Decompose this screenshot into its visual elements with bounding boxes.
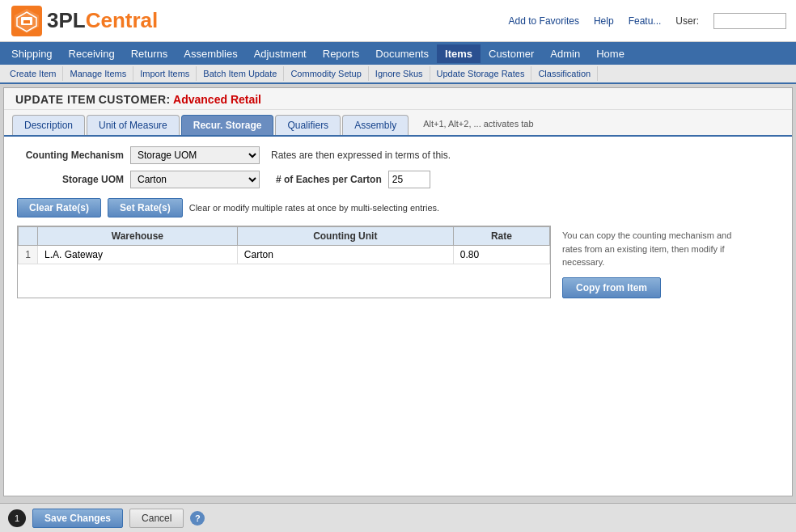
sub-nav-item-create-item[interactable]: Create Item [3, 66, 63, 81]
sub-nav-item-commodity-setup[interactable]: Commodity Setup [284, 66, 368, 81]
features-link[interactable]: Featu... [629, 15, 662, 27]
top-right-actions: Add to Favorites Help Featu... User: [509, 13, 786, 29]
storage-uom-row: Storage UOM CartonPalletEach # of Eaches… [17, 171, 779, 188]
row-num: 1 [19, 246, 38, 264]
tab-assembly[interactable]: Assembly [342, 115, 409, 135]
storage-uom-label: Storage UOM [17, 174, 130, 185]
rates-table: Warehouse Counting Unit Rate 1 L.A. Gate… [18, 226, 550, 264]
counting-mechanism-label: Counting Mechanism [17, 150, 130, 161]
logo-icon [10, 4, 44, 38]
tab-bar: DescriptionUnit of MeasureRecur. Storage… [4, 110, 792, 137]
sub-nav-item-manage-items[interactable]: Manage Items [63, 66, 133, 81]
svg-rect-4 [23, 20, 30, 23]
clear-rates-button[interactable]: Clear Rate(s) [17, 198, 101, 217]
tab-content: Counting Mechanism Storage UOMEachPallet… [4, 137, 792, 308]
main-nav-item-adjustment[interactable]: Adjustment [246, 44, 315, 63]
tab-hint: Alt+1, Alt+2, ... activates tab [423, 119, 533, 132]
user-label: User: [675, 15, 699, 27]
eaches-per-label: # of Eaches per Carton [276, 174, 382, 185]
tab-unit-of-measure[interactable]: Unit of Measure [87, 115, 180, 135]
sub-nav: Create ItemManage ItemsImport ItemsBatch… [0, 65, 796, 84]
cancel-button[interactable]: Cancel [129, 509, 184, 528]
eaches-per-input[interactable] [388, 171, 430, 188]
main-nav-item-documents[interactable]: Documents [367, 44, 437, 63]
main-nav-item-customer[interactable]: Customer [481, 44, 542, 63]
page-content: Update Item Customer: Advanced Retail De… [3, 87, 793, 496]
page-customer-name: Advanced Retail [173, 93, 261, 106]
page-customer-label: Customer: [99, 93, 171, 106]
table-header-row: Warehouse Counting Unit Rate [19, 227, 550, 246]
main-nav-item-admin[interactable]: Admin [542, 44, 588, 63]
help-link[interactable]: Help [594, 15, 614, 27]
right-panel: You can copy the counting mechanism and … [562, 226, 740, 298]
main-nav-item-shipping[interactable]: Shipping [3, 44, 61, 63]
save-changes-button[interactable]: Save Changes [32, 509, 123, 528]
tab-recur-storage[interactable]: Recur. Storage [181, 115, 274, 135]
main-nav: ShippingReceivingReturnsAssembliesAdjust… [0, 42, 796, 65]
table-and-panel: Warehouse Counting Unit Rate 1 L.A. Gate… [17, 226, 779, 298]
counting-mechanism-select[interactable]: Storage UOMEachPalletOrder [130, 146, 260, 164]
col-num [19, 227, 38, 246]
counting-mechanism-row: Counting Mechanism Storage UOMEachPallet… [17, 146, 779, 164]
main-nav-item-returns[interactable]: Returns [123, 44, 176, 63]
storage-uom-select[interactable]: CartonPalletEach [130, 171, 260, 188]
main-nav-item-assemblies[interactable]: Assemblies [176, 44, 245, 63]
main-nav-item-reports[interactable]: Reports [315, 44, 368, 63]
action-buttons-row: Clear Rate(s) Set Rate(s) Clear or modif… [17, 198, 779, 217]
page-title: Update Item [15, 93, 95, 106]
main-nav-item-items[interactable]: Items [437, 44, 481, 63]
col-counting-unit: Counting Unit [237, 227, 453, 246]
copy-hint-text: You can copy the counting mechanism and … [562, 229, 740, 269]
logo-3pl: 3PL [47, 8, 86, 32]
user-input[interactable] [713, 13, 786, 29]
table-row[interactable]: 1 L.A. Gateway Carton 0.80 [19, 246, 550, 264]
sub-nav-item-classification[interactable]: Classification [531, 66, 598, 81]
storage-uom-select-wrapper: CartonPalletEach [130, 171, 260, 188]
logo-area: 3PLCentral [10, 4, 158, 38]
bottom-bar: 1 Save Changes Cancel ? [0, 503, 796, 532]
logo-central: Central [86, 8, 159, 32]
sub-nav-item-update-storage-rates[interactable]: Update Storage Rates [430, 66, 532, 81]
tab-qualifiers[interactable]: Qualifiers [275, 115, 341, 135]
sub-nav-item-batch-item-update[interactable]: Batch Item Update [197, 66, 284, 81]
set-rates-button[interactable]: Set Rate(s) [108, 198, 183, 217]
main-nav-item-home[interactable]: Home [588, 44, 633, 63]
sub-nav-item-import-items[interactable]: Import Items [133, 66, 197, 81]
row-rate: 0.80 [453, 246, 549, 264]
page-title-bar: Update Item Customer: Advanced Retail [4, 88, 792, 110]
sub-nav-item-ignore-skus[interactable]: Ignore Skus [369, 66, 430, 81]
row-counting-unit: Carton [237, 246, 453, 264]
counting-mechanism-select-wrapper: Storage UOMEachPalletOrder [130, 146, 260, 164]
help-circle-icon[interactable]: ? [190, 511, 205, 526]
rates-table-container: Warehouse Counting Unit Rate 1 L.A. Gate… [17, 226, 551, 298]
clear-modify-text: Clear or modify multiple rates at once b… [189, 203, 439, 213]
main-nav-item-receiving[interactable]: Receiving [61, 44, 123, 63]
row-warehouse: L.A. Gateway [38, 246, 238, 264]
copy-from-item-button[interactable]: Copy from Item [562, 277, 661, 298]
col-warehouse: Warehouse [38, 227, 238, 246]
page-indicator: 1 [8, 509, 26, 527]
tab-description[interactable]: Description [12, 115, 85, 135]
header: 3PLCentral Add to Favorites Help Featu..… [0, 0, 796, 42]
add-to-favorites-link[interactable]: Add to Favorites [509, 15, 579, 27]
col-rate: Rate [453, 227, 549, 246]
logo-text: 3PLCentral [47, 8, 158, 33]
counting-mechanism-hint: Rates are then expressed in terms of thi… [271, 150, 451, 161]
